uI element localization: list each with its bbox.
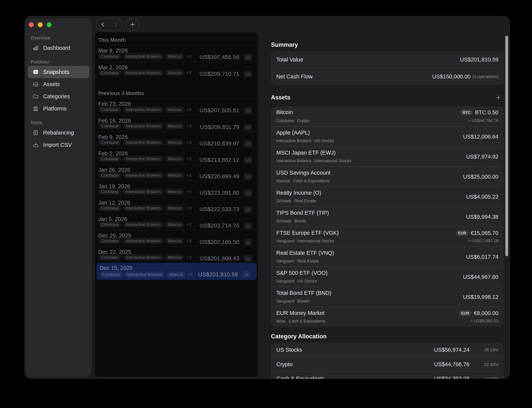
sidebar-item-assets[interactable]: Assets [28,78,89,90]
sidebar-item-platforms[interactable]: Platforms [28,102,89,115]
snapshot-row[interactable]: Feb 16, 2026 CoinbaseInteractive Brokers… [95,115,258,131]
tag-chip: Coinbase [98,238,121,244]
tag-chip: Marcus [165,156,184,162]
asset-row[interactable]: Realty Income (O) SchwabReal Estate US$4… [271,187,504,206]
tag-chip: Interactive Brokers [124,271,165,278]
asset-subtitle: Vanguard [276,238,294,244]
asset-subtitle: Vanguard [276,279,294,284]
snapshot-tags: CoinbaseInteractive BrokersMarcus+3 [98,188,191,195]
snapshot-list: This Month Mar 9, 2026 CoinbaseInteracti… [95,32,258,377]
snapshot-row[interactable]: Mar 9, 2026 CoinbaseInteractive BrokersM… [95,45,258,62]
asset-subtitle: Bonds [294,219,306,223]
asset-subtitle: International Stocks [314,158,351,163]
currency-badge: EUR [459,310,471,316]
add-snapshot-button[interactable] [126,18,139,31]
tag-chip: Marcus [165,172,184,178]
tag-chip: Marcus [165,205,184,211]
tag-chip: Interactive Brokers [123,139,163,146]
asset-value: US$19,998.12 [463,294,498,300]
tag-overflow: +3 [186,238,191,244]
asset-subtitles: MarcusCash & Equivalents [276,178,330,183]
category-allocation-card: US Stocks US$56,974.24 28.23% Crypto US$… [271,343,504,379]
snapshot-value: US$203,714.75 [199,222,239,229]
asset-subtitle: Interactive Brokers [276,138,311,143]
asset-row[interactable]: S&P 500 ETF (VOO) VanguardUS Stocks US$4… [271,267,504,287]
summary-section-title: Summary [271,42,504,48]
asset-subtitles: SchwabReal Estate [276,198,316,204]
asset-value: US$7,974.92 [466,153,498,160]
snapshot-row[interactable]: Jan 19, 2026 CoinbaseInteractive Brokers… [95,181,258,197]
sidebar-item-snapshots[interactable]: Snapshots [28,66,89,78]
asset-subtitle: Interactive Brokers [276,158,311,163]
back-button[interactable] [96,18,109,30]
asset-subtitles: VanguardBonds [276,299,309,304]
snapshot-row[interactable]: Jan 26, 2026 CoinbaseInteractive Brokers… [95,164,258,181]
asset-subtitle: Cash & Equivalents [293,178,330,183]
snapshot-row[interactable]: Mar 2, 2026 CoinbaseInteractive BrokersM… [95,62,258,78]
snapshot-row[interactable]: Jan 12, 2026 CoinbaseInteractive Brokers… [95,197,258,213]
sidebar-item-label: Snapshots [43,69,69,75]
vertical-scrollbar[interactable] [505,36,508,256]
asset-row[interactable]: USD Savings Account MarcusCash & Equival… [271,166,504,187]
snapshot-row[interactable]: Feb 9, 2026 CoinbaseInteractive BrokersM… [95,131,258,148]
snapshot-value: US$202,165.50 [199,239,239,245]
asset-row[interactable]: MSCI Japan ETF (EWJ) Interactive Brokers… [271,146,504,166]
sidebar-item-import-csv[interactable]: Import CSV [28,139,89,151]
add-asset-button[interactable] [494,93,503,102]
tag-overflow: +3 [186,189,191,194]
zoom-window-button[interactable] [47,22,51,27]
asset-row[interactable]: EUR Money Market WiseCash & Equivalents … [271,307,504,327]
asset-name: Realty Income (O) [276,190,321,196]
bar-chart-icon [33,45,39,51]
snapshot-row[interactable]: Dec 22, 2025 CoinbaseInteractive Brokers… [95,246,258,263]
asset-row[interactable]: FTSE Europe ETF (VGK) VanguardInternatio… [271,227,504,246]
tag-chip: Marcus [165,238,184,244]
folder-icon [33,93,39,100]
snapshot-row[interactable]: Feb 23, 2026 CoinbaseInteractive Brokers… [95,99,258,115]
tag-chip: Coinbase [98,106,121,113]
snapshot-tags: CoinbaseInteractive BrokersMarcus+3 [98,172,191,178]
category-label: Cash & Equivalents [276,375,434,379]
snapshot-row[interactable]: Dec 29, 2025 CoinbaseInteractive Brokers… [95,230,258,246]
sidebar-item-rebalancing[interactable]: Rebalancing [28,127,89,139]
sidebar-item-label: Rebalancing [43,130,74,136]
forward-button[interactable] [109,18,122,30]
snapshot-row[interactable]: Dec 15, 2025 CoinbaseInteractive Brokers… [96,263,257,280]
asset-row[interactable]: Bitcoin CoinbaseCrypto BTC BTC 0.50 ≈ US… [271,106,504,126]
tag-overflow: +3 [186,156,191,162]
assets-card: Bitcoin CoinbaseCrypto BTC BTC 0.50 ≈ US… [271,106,504,327]
category-allocation-title: Category Allocation [271,333,504,340]
summary-note: (1 operations) [473,74,498,79]
tag-chip: Coinbase [98,70,121,76]
minimize-window-button[interactable] [38,22,42,27]
summary-label: Total Value [276,57,460,63]
snapshot-rows: Mar 9, 2026 CoinbaseInteractive BrokersM… [95,45,258,78]
asset-row[interactable]: Total Bond ETF (BND) VanguardBonds US$19… [271,287,504,307]
snapshot-value: US$222,533.73 [199,206,239,212]
asset-value: US$44,967.60 [463,274,498,280]
snapshot-row[interactable]: Feb 2, 2026 CoinbaseInteractive BrokersM… [95,148,258,164]
snapshot-value: US$209,710.71 [199,71,239,77]
sidebar-item-categories[interactable]: Categories [28,90,89,102]
asset-name: EUR Money Market [276,310,325,316]
snapshot-tags: CoinbaseInteractive BrokersMarcus+3 [98,205,191,211]
snapshot-tags: CoinbaseInteractive BrokersMarcus+3 [98,53,191,60]
snapshot-rows: Feb 23, 2026 CoinbaseInteractive Brokers… [95,99,258,280]
asset-row[interactable]: TIPS Bond ETF (TIP) SchwabBonds US$9,994… [271,206,504,227]
asset-row[interactable]: Apple (AAPL) Interactive BrokersUS Stock… [271,126,504,146]
tag-chip: Coinbase [98,221,121,228]
snapshot-row[interactable]: Jan 5, 2026 CoinbaseInteractive BrokersM… [95,213,258,230]
asset-subtitle: Cash & Equivalents [289,319,325,324]
sidebar-item-dashboard[interactable]: Dashboard [28,42,89,54]
asset-row[interactable]: Real Estate ETF (VNQ) VanguardReal Estat… [271,246,504,267]
summary-row: Net Cash Flow US$150,000.00 (1 operation… [271,68,504,85]
asset-value: US$25,000.00 [463,173,498,180]
asset-subtitles: Interactive BrokersUS Stocks [276,138,334,143]
asset-subtitle: Crypto [297,118,310,123]
sidebar-item-label: Import CSV [43,142,72,148]
close-window-button[interactable] [29,22,34,27]
snapshots-grid-icon [33,69,39,75]
asset-value: US$12,006.64 [463,133,498,140]
asset-value-group: EUR €15,065.70 [456,230,498,236]
asset-subtitle: Real Estate [297,259,319,264]
